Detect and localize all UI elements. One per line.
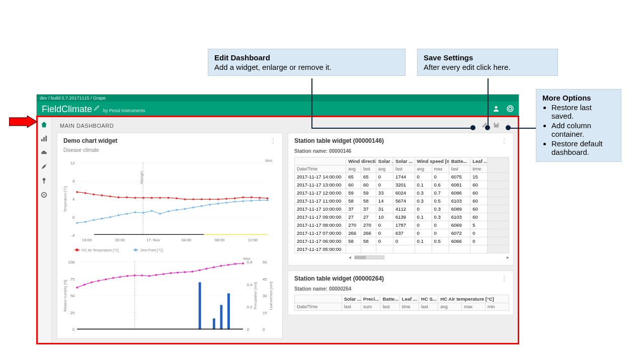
leaf-icon (93, 104, 101, 114)
svg-text:Relative humidity [%]: Relative humidity [%] (63, 280, 67, 312)
svg-rect-136 (213, 318, 215, 329)
svg-point-57 (93, 219, 95, 221)
svg-point-134 (242, 262, 244, 264)
sidebar-settings[interactable] (39, 189, 50, 200)
svg-point-42 (168, 197, 170, 199)
station-table-widget-1: Station table widget (00000146) ⋮ Statio… (288, 133, 514, 265)
svg-point-36 (118, 197, 120, 199)
svg-text:30: 30 (263, 294, 267, 298)
svg-text:25: 25 (70, 311, 75, 315)
svg-text:-4: -4 (71, 233, 75, 238)
svg-point-77 (259, 199, 261, 201)
svg-text:12: 12 (70, 161, 75, 165)
svg-point-48 (217, 198, 219, 200)
svg-point-63 (142, 212, 144, 214)
svg-text:08:00: 08:00 (215, 238, 224, 242)
sidebar-tool[interactable] (39, 175, 50, 186)
widget-title: Station table widget (00000264) (294, 275, 384, 282)
svg-point-2 (507, 106, 513, 112)
svg-point-118 (126, 275, 128, 277)
callout-item: Add column container. (551, 121, 615, 138)
svg-rect-137 (220, 305, 222, 329)
callout-item: Restore default dashboard. (551, 139, 615, 156)
table-row: 2017-11-17 07:00:0026626606370060720 (295, 229, 509, 237)
svg-text:0: 0 (247, 327, 249, 332)
svg-point-47 (209, 198, 211, 200)
widget-title: Station table widget (00000146) (294, 137, 384, 144)
svg-point-66 (168, 210, 170, 212)
table-row: 2017-11-17 12:00:0059593360240.30.760866… (295, 189, 509, 197)
callout-title: Save Settings (424, 53, 551, 62)
svg-text:Precipitation [mm]: Precipitation [mm] (254, 282, 258, 309)
build-strip: dev / build 0.7.20171115 / Grape (37, 95, 519, 102)
sidebar-data[interactable] (39, 133, 50, 144)
svg-point-49 (225, 198, 227, 200)
svg-point-31 (76, 191, 78, 193)
svg-point-131 (220, 265, 222, 267)
widget-menu-icon[interactable]: ⋮ (501, 137, 507, 144)
horizontal-scrollbar[interactable]: ◂ ▸ (294, 253, 509, 261)
svg-text:0.6: 0.6 (247, 260, 253, 264)
widget-menu-icon[interactable]: ⋮ (270, 137, 276, 144)
svg-text:Midnight: Midnight (140, 171, 144, 184)
svg-point-120 (141, 275, 143, 277)
svg-point-32 (85, 192, 87, 194)
callout-save-settings: Save Settings After every edit click her… (417, 49, 558, 76)
svg-point-111 (76, 287, 78, 289)
app-header: FieldClimate by Pessl Instruments (37, 102, 519, 117)
broadcast-icon[interactable] (507, 105, 514, 114)
svg-point-58 (101, 218, 103, 220)
callout-title: More Options (542, 94, 615, 102)
svg-point-65 (159, 213, 161, 215)
logo-text: FieldClimate (42, 104, 92, 115)
svg-point-132 (227, 264, 229, 266)
callout-item: Restore last saved. (551, 103, 615, 120)
svg-point-45 (192, 198, 194, 200)
callout-list: Restore last saved. Add column container… (542, 103, 615, 156)
svg-point-116 (112, 277, 114, 279)
widget-subtitle: Disease climate (57, 146, 282, 156)
svg-rect-4 (41, 139, 43, 141)
svg-text:100: 100 (68, 260, 74, 264)
svg-point-76 (251, 200, 253, 202)
svg-text:75: 75 (70, 277, 75, 282)
svg-point-40 (151, 197, 153, 199)
svg-text:50: 50 (70, 294, 75, 298)
table-row: 2017-11-17 08:00:00270270017870060695 (295, 221, 509, 229)
svg-point-114 (98, 280, 100, 282)
sidebar (37, 117, 52, 344)
callout-text: After every edit click here. (424, 63, 551, 71)
svg-point-75 (242, 200, 244, 202)
svg-point-44 (184, 198, 186, 200)
chart-canvas: Weiz -4 0 4 8 (62, 156, 277, 334)
svg-rect-8 (44, 180, 45, 184)
svg-point-64 (151, 210, 153, 212)
callout-text: Add a widget, enlarge or remove it. (214, 63, 399, 71)
svg-point-115 (105, 279, 107, 281)
sidebar-leaf[interactable] (39, 161, 50, 172)
svg-point-53 (259, 197, 261, 199)
svg-point-56 (85, 221, 87, 223)
callout-title: Edit Dashboard (214, 53, 399, 62)
svg-point-124 (170, 272, 172, 274)
svg-point-70 (201, 205, 203, 207)
sidebar-cloud[interactable] (39, 147, 50, 158)
svg-point-41 (159, 197, 161, 199)
table-row: 2017-11-17 11:00:0058581456740.30.561036… (295, 197, 509, 205)
data-table: Solar ... Preci... Batte... Leaf ... HC … (294, 295, 509, 311)
data-table: Wind direction [... Solar ... Solar ... … (294, 157, 509, 253)
svg-point-37 (126, 197, 128, 199)
svg-point-39 (142, 197, 144, 199)
widget-menu-icon[interactable]: ⋮ (501, 275, 507, 282)
svg-point-129 (205, 268, 207, 270)
svg-rect-5 (43, 137, 45, 141)
svg-text:Weiz: Weiz (265, 159, 273, 163)
svg-text:0: 0 (263, 327, 265, 332)
svg-point-51 (242, 197, 244, 199)
svg-text:04:00: 04:00 (182, 238, 191, 242)
svg-text:15: 15 (263, 311, 267, 315)
svg-point-54 (267, 198, 269, 200)
user-icon[interactable] (493, 105, 500, 114)
save-settings-button[interactable] (493, 122, 500, 130)
sidebar-home[interactable] (39, 119, 50, 130)
